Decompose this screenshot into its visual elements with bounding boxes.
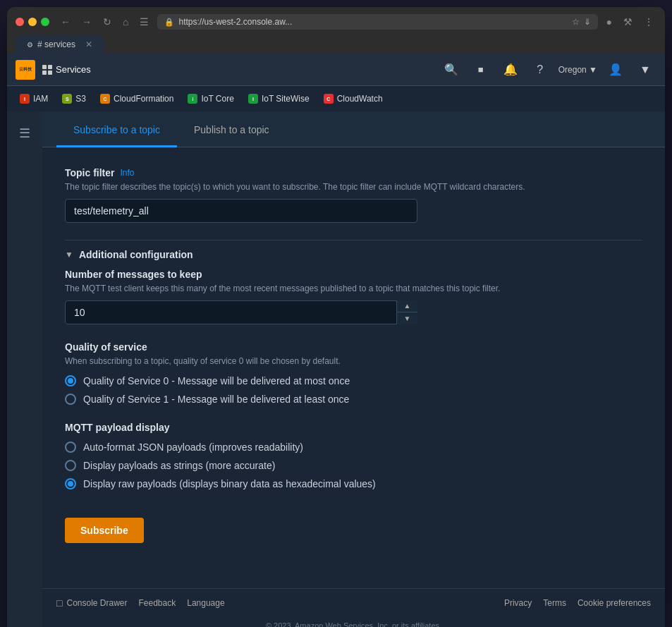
- cloudwatch-label: CloudWatch: [337, 94, 383, 104]
- cloudformation-icon: C: [100, 94, 110, 104]
- payload-option-2[interactable]: Display raw payloads (displays binary da…: [65, 478, 642, 489]
- home-button[interactable]: ⌂: [120, 15, 131, 29]
- service-cloudwatch[interactable]: C CloudWatch: [318, 92, 389, 106]
- tab-close-icon[interactable]: ✕: [85, 39, 92, 49]
- address-bar[interactable]: 🔒 https://us-west-2.console.aw... ☆ ⇓: [157, 14, 597, 30]
- tab-subscribe[interactable]: Subscribe to a topic: [56, 111, 177, 147]
- browser-tabs: ⚙ # services ✕: [16, 35, 656, 54]
- payload-label: MQTT payload display: [65, 422, 642, 433]
- tab-favicon: ⚙: [27, 41, 33, 49]
- topic-filter-info-link[interactable]: Info: [121, 168, 135, 178]
- qos-option-1-label: Quality of Service 1 - Message will be d…: [83, 394, 349, 405]
- payload-radio-0[interactable]: [65, 442, 76, 453]
- service-iot-sitewise[interactable]: I IoT SiteWise: [243, 92, 315, 106]
- search-icon[interactable]: 🔍: [440, 59, 463, 81]
- payload-option-0-label: Auto-format JSON payloads (improves read…: [83, 442, 303, 453]
- topic-filter-label-row: Topic filter Info: [65, 167, 642, 178]
- additional-config-label: Additional configuration: [79, 249, 193, 260]
- region-button[interactable]: Oregon ▼: [558, 65, 597, 75]
- footer-right: Privacy Terms Cookie preferences: [504, 598, 651, 608]
- lock-icon: 🔒: [164, 18, 174, 27]
- qos-option-1[interactable]: Quality of Service 1 - Message will be d…: [65, 394, 642, 405]
- console-drawer-label: Console Drawer: [66, 598, 127, 608]
- tab-publish-label: Publish to a topic: [194, 124, 269, 135]
- sidebar-menu-icon[interactable]: ☰: [13, 120, 36, 147]
- messages-input[interactable]: [65, 300, 417, 324]
- iam-icon: I: [20, 94, 30, 104]
- minimize-button[interactable]: [28, 18, 37, 26]
- messages-group: Number of messages to keep The MQTT test…: [65, 269, 642, 324]
- iot-core-label: IoT Core: [201, 94, 233, 104]
- close-button[interactable]: [16, 18, 24, 26]
- extensions-button[interactable]: ☰: [137, 15, 152, 29]
- qos-label: Quality of service: [65, 341, 642, 353]
- qos-radio-0[interactable]: [65, 375, 76, 386]
- footer-copyright: © 2023, Amazon Web Services, Inc. or its…: [42, 617, 665, 627]
- additional-config-content: Number of messages to keep The MQTT test…: [65, 269, 642, 558]
- topic-filter-help: The topic filter describes the topic(s) …: [65, 181, 642, 193]
- service-iot-core[interactable]: I IoT Core: [182, 92, 239, 106]
- bookmark-icon[interactable]: ☆: [572, 17, 580, 27]
- iam-label: IAM: [33, 94, 48, 104]
- cloudformation-label: CloudFormation: [114, 94, 173, 104]
- qos-option-0-label: Quality of Service 0 - Message will be d…: [83, 375, 350, 386]
- cloudshell-icon[interactable]: ■: [470, 59, 492, 81]
- logo-text: 云科技: [19, 66, 32, 73]
- tab-navigation: Subscribe to a topic Publish to a topic: [42, 111, 665, 147]
- terms-link[interactable]: Terms: [543, 598, 566, 608]
- service-bar: I IAM S S3 C CloudFormation I IoT Core I…: [7, 86, 665, 111]
- service-s3[interactable]: S S3: [56, 92, 92, 106]
- payload-radio-1[interactable]: [65, 460, 76, 471]
- services-menu-button[interactable]: Services: [42, 64, 91, 75]
- grid-icon: [42, 65, 52, 75]
- services-label: Services: [56, 64, 91, 75]
- account-icon[interactable]: 👤: [604, 59, 627, 81]
- privacy-link[interactable]: Privacy: [504, 598, 532, 608]
- payload-option-1[interactable]: Display payloads as strings (more accura…: [65, 460, 642, 471]
- payload-radio-group: Auto-format JSON payloads (improves read…: [65, 442, 642, 489]
- console-drawer-link[interactable]: □ Console Drawer: [56, 597, 128, 609]
- payload-radio-2[interactable]: [65, 478, 76, 489]
- support-icon[interactable]: ?: [529, 59, 551, 81]
- download-icon[interactable]: ⇓: [584, 17, 591, 27]
- active-tab[interactable]: ⚙ # services ✕: [16, 35, 104, 54]
- notifications-icon[interactable]: 🔔: [499, 59, 522, 81]
- menu-button[interactable]: ⋮: [641, 15, 656, 29]
- browser-chrome: ← → ↻ ⌂ ☰ 🔒 https://us-west-2.console.aw…: [7, 7, 665, 54]
- topic-filter-input[interactable]: [65, 199, 417, 223]
- spinner-down-button[interactable]: ▼: [397, 312, 417, 324]
- browser-titlebar: ← → ↻ ⌂ ☰ 🔒 https://us-west-2.console.aw…: [16, 14, 656, 30]
- aws-logo-box: 云科技: [16, 60, 35, 80]
- cookie-link[interactable]: Cookie preferences: [578, 598, 651, 608]
- content-area: Subscribe to a topic Publish to a topic …: [42, 111, 665, 627]
- extensions-icon[interactable]: ⚒: [621, 15, 635, 29]
- aws-logo: 云科技: [16, 60, 35, 80]
- messages-input-wrapper: ▲ ▼: [65, 300, 417, 324]
- spinner-up-button[interactable]: ▲: [397, 300, 417, 313]
- footer-left: □ Console Drawer Feedback Language: [56, 597, 225, 609]
- cloudwatch-icon: C: [324, 94, 334, 104]
- qos-help: When subscribing to a topic, quality of …: [65, 355, 642, 367]
- payload-option-0[interactable]: Auto-format JSON payloads (improves read…: [65, 442, 642, 453]
- service-iam[interactable]: I IAM: [14, 92, 54, 106]
- aws-console: 云科技 Services 🔍 ■ 🔔 ? Oregon ▼ 👤 ▼: [7, 54, 665, 627]
- service-cloudformation[interactable]: C CloudFormation: [94, 92, 179, 106]
- language-link[interactable]: Language: [187, 598, 224, 608]
- tab-publish[interactable]: Publish to a topic: [177, 111, 286, 147]
- feedback-link[interactable]: Feedback: [139, 598, 176, 608]
- payload-option-2-label: Display raw payloads (displays binary da…: [83, 478, 376, 489]
- s3-icon: S: [62, 94, 72, 104]
- subscribe-button[interactable]: Subscribe: [65, 518, 144, 543]
- maximize-button[interactable]: [41, 18, 49, 26]
- additional-config-header[interactable]: ▼ Additional configuration: [65, 240, 642, 269]
- back-button[interactable]: ←: [58, 15, 73, 29]
- reload-button[interactable]: ↻: [100, 15, 114, 29]
- forward-button[interactable]: →: [79, 15, 94, 29]
- qos-radio-1[interactable]: [65, 394, 76, 405]
- more-icon[interactable]: ▼: [634, 59, 656, 81]
- main-layout: ☰ Subscribe to a topic Publish to a topi…: [7, 111, 665, 627]
- number-spinners: ▲ ▼: [396, 300, 417, 324]
- form-content: Topic filter Info The topic filter descr…: [42, 147, 665, 588]
- profile-button[interactable]: ●: [604, 15, 615, 29]
- qos-option-0[interactable]: Quality of Service 0 - Message will be d…: [65, 375, 642, 386]
